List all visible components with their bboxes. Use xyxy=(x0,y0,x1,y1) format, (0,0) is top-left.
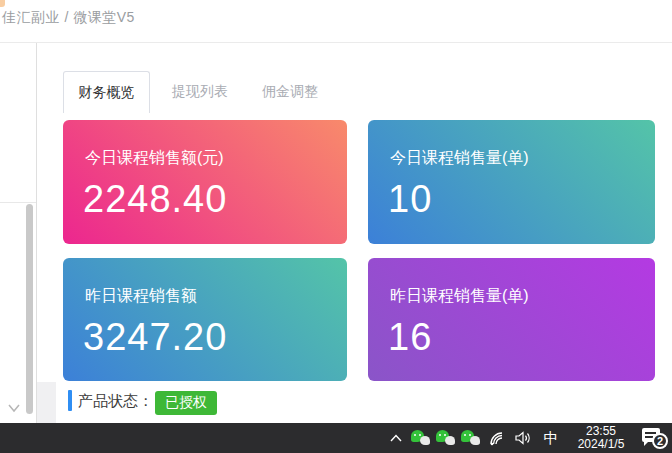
status-label: 产品状态： xyxy=(78,392,153,411)
sidebar-collapsed xyxy=(0,43,37,423)
wechat-icon[interactable] xyxy=(434,423,459,453)
sidebar-scrollbar[interactable] xyxy=(26,204,33,414)
status-section: 产品状态： 已授权 xyxy=(37,382,672,423)
stat-card-label: 今日课程销售额(元) xyxy=(85,148,224,169)
tab-withdraw-list[interactable]: 提现列表 xyxy=(164,71,236,113)
chevron-up-icon[interactable] xyxy=(383,423,409,453)
tab-finance-overview[interactable]: 财务概览 xyxy=(63,71,150,113)
wechat-icon[interactable] xyxy=(459,423,484,453)
stat-card-today-sales-amount: 今日课程销售额(元) 2248.40 xyxy=(63,120,347,244)
breadcrumb[interactable]: 佳汇副业 / 微课堂V5 xyxy=(2,9,135,27)
app-window: 佳汇副业 / 微课堂V5 财务概览 提现列表 佣金调整 今日课程销售额(元) 2… xyxy=(0,0,672,453)
status-panel: 产品状态： 已授权 xyxy=(56,382,672,423)
sidebar-divider xyxy=(0,202,36,203)
stat-card-label: 昨日课程销售量(单) xyxy=(390,286,529,307)
taskbar-clock[interactable]: 23:55 2024/1/5 xyxy=(570,425,632,451)
wechat-icon[interactable] xyxy=(409,423,434,453)
status-accent-bar xyxy=(68,390,72,411)
stat-card-value: 2248.40 xyxy=(83,178,227,221)
stat-card-value: 16 xyxy=(388,316,432,359)
notification-badge: 2 xyxy=(652,433,668,449)
tab-label: 佣金调整 xyxy=(262,83,318,101)
corner-icon-fragment xyxy=(0,0,5,7)
notification-center-icon[interactable]: 2 xyxy=(638,423,672,453)
system-tray: 中 23:55 2024/1/5 2 xyxy=(383,423,672,453)
stat-card-today-sales-count: 今日课程销售量(单) 10 xyxy=(368,120,655,244)
tab-label: 提现列表 xyxy=(172,83,228,101)
chevron-down-icon[interactable] xyxy=(7,403,21,413)
stat-card-value: 3247.20 xyxy=(83,316,227,359)
stat-card-label: 今日课程销售量(单) xyxy=(390,148,529,169)
stat-card-label: 昨日课程销售额 xyxy=(85,286,197,307)
volume-icon[interactable] xyxy=(510,423,538,453)
top-bar: 佳汇副业 / 微课堂V5 xyxy=(0,0,672,43)
stat-card-yesterday-sales-count: 昨日课程销售量(单) 16 xyxy=(368,258,655,381)
stat-card-yesterday-sales-amount: 昨日课程销售额 3247.20 xyxy=(63,258,347,381)
taskbar-date: 2024/1/5 xyxy=(570,438,632,451)
tab-commission-adjust[interactable]: 佣金调整 xyxy=(254,71,326,113)
stat-card-value: 10 xyxy=(388,178,432,221)
network-icon[interactable] xyxy=(484,423,510,453)
status-badge: 已授权 xyxy=(155,391,217,415)
taskbar: 中 23:55 2024/1/5 2 xyxy=(0,423,672,453)
ime-indicator[interactable]: 中 xyxy=(538,423,564,453)
tab-label: 财务概览 xyxy=(79,84,135,102)
